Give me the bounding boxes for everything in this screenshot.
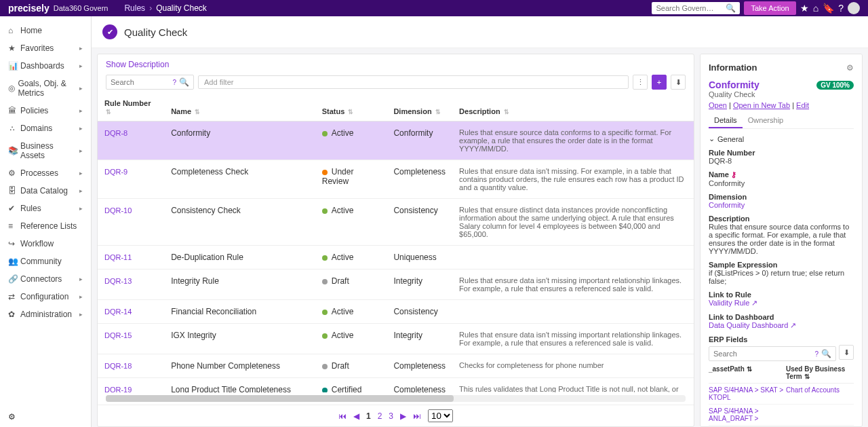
- erp-col-used[interactable]: Used By Business Term ⇅: [786, 365, 854, 380]
- rule-link[interactable]: DQR-9: [104, 168, 127, 176]
- sidebar-item-data-catalog[interactable]: 🗄Data Catalog▸: [0, 182, 91, 200]
- table-row[interactable]: DQR-15IGX IntegrityActiveIntegrityRules …: [98, 324, 694, 354]
- sidebar-item-business-assets[interactable]: 📚Business Assets▸: [0, 137, 91, 164]
- search-icon[interactable]: 🔍: [179, 77, 189, 87]
- rule-dimension: Conformity: [387, 122, 452, 160]
- chevron-down-icon: ⌄: [709, 134, 715, 143]
- pager-next[interactable]: ▶: [400, 411, 406, 421]
- sidebar-item-dashboards[interactable]: 📊Dashboards▸: [0, 57, 91, 75]
- breadcrumb-rules[interactable]: Rules: [124, 3, 145, 13]
- table-row[interactable]: DQR-14Financial ReconciliationActiveCons…: [98, 300, 694, 324]
- sidebar-item-domains[interactable]: ⛬Domains▸: [0, 119, 91, 137]
- sidebar-item-processes[interactable]: ⚙Processes▸: [0, 164, 91, 182]
- erp-used[interactable]: Chart of Accounts: [786, 386, 854, 401]
- rule-link[interactable]: DQR-19: [104, 386, 132, 392]
- pager-page[interactable]: 3: [389, 411, 393, 421]
- help-icon[interactable]: ?: [172, 79, 176, 86]
- column-header[interactable]: Name ⇅: [164, 94, 315, 122]
- rule-link[interactable]: DQR-10: [104, 206, 132, 215]
- open-link[interactable]: Open: [709, 101, 727, 109]
- sidebar-item-rules[interactable]: ✔Rules▸: [0, 200, 91, 217]
- link-rule-value[interactable]: Validity Rule ↗: [709, 299, 854, 308]
- table-row[interactable]: DQR-18Phone Number CompletenessDraftComp…: [98, 354, 694, 378]
- status-dot: [322, 255, 328, 261]
- table-row[interactable]: DQR-10Consistency CheckActiveConsistency…: [98, 199, 694, 246]
- sidebar-item-community[interactable]: 👥Community: [0, 253, 91, 270]
- rule-link[interactable]: DQR-18: [104, 362, 132, 370]
- erp-path[interactable]: SAP S/4HANA > SKAT > KTOPL: [709, 386, 786, 401]
- take-action-button[interactable]: Take Action: [744, 1, 795, 15]
- search-icon[interactable]: 🔍: [821, 349, 831, 358]
- rule-dimension: Consistency: [387, 199, 452, 246]
- horizontal-scrollbar[interactable]: [106, 395, 686, 402]
- download-button[interactable]: ⬇: [671, 75, 686, 90]
- rule-link[interactable]: DQR-14: [104, 308, 132, 316]
- sidebar-item-reference-lists[interactable]: ≡Reference Lists: [0, 217, 91, 235]
- breadcrumb-current[interactable]: Quality Check: [156, 3, 207, 13]
- avatar[interactable]: [848, 2, 860, 14]
- sidebar-item-connectors[interactable]: 🔗Connectors▸: [0, 270, 91, 288]
- column-header[interactable]: Dimension ⇅: [387, 94, 452, 122]
- pager-page[interactable]: 1: [366, 411, 371, 421]
- info-title[interactable]: Conformity: [709, 79, 760, 90]
- sidebar-item-favorites[interactable]: ★Favorites▸: [0, 39, 91, 57]
- pager-first[interactable]: ⏮: [338, 411, 347, 421]
- add-button[interactable]: +: [652, 75, 667, 90]
- section-general[interactable]: ⌄General: [709, 134, 854, 143]
- table-row[interactable]: DQR-11De-Duplication RuleActiveUniquenes…: [98, 246, 694, 270]
- home-icon[interactable]: ⌂: [813, 3, 818, 14]
- help-icon[interactable]: ?: [814, 350, 818, 358]
- rule-link[interactable]: DQR-15: [104, 331, 132, 339]
- gear-icon[interactable]: ⚙: [846, 63, 854, 73]
- sidebar: ⌂Home★Favorites▸📊Dashboards▸◎Goals, Obj.…: [0, 16, 92, 427]
- table-row[interactable]: DQR-13Integrity RuleDraftIntegrityRules …: [98, 270, 694, 300]
- erp-download-button[interactable]: ⬇: [839, 345, 854, 360]
- table-row[interactable]: DQR-19Long Product Title Completeness Ch…: [98, 378, 694, 393]
- rule-link[interactable]: DQR-13: [104, 277, 132, 285]
- column-header[interactable]: Status ⇅: [315, 94, 387, 122]
- sidebar-item-administration[interactable]: ✿Administration▸: [0, 305, 91, 323]
- link-dash-value[interactable]: Data Quality Dashboard ↗: [709, 321, 854, 330]
- erp-row[interactable]: SAP S/4HANA > SKAT > KTOPLChart of Accou…: [709, 384, 854, 405]
- more-menu-button[interactable]: ⋮: [633, 75, 648, 90]
- erp-search-input[interactable]: [713, 350, 812, 358]
- pager-prev[interactable]: ◀: [353, 411, 359, 421]
- sidebar-item-policies[interactable]: 🏛Policies▸: [0, 102, 91, 119]
- sidebar-icon: ✔: [8, 204, 20, 213]
- global-search-input[interactable]: [656, 4, 726, 12]
- column-header[interactable]: Rule Number ⇅: [98, 94, 164, 122]
- rule-dimension: Integrity: [387, 270, 452, 300]
- erp-col-path[interactable]: _assetPath ⇅: [709, 365, 786, 380]
- tab-ownership[interactable]: Ownership: [743, 113, 789, 128]
- bookmark-icon[interactable]: 🔖: [823, 3, 834, 14]
- sidebar-item-label: Reference Lists: [20, 221, 77, 231]
- column-header[interactable]: Description ⇅: [452, 94, 694, 122]
- table-row[interactable]: DQR-8ConformityActiveConformityRules tha…: [98, 122, 694, 160]
- collapse-icon[interactable]: ⚙: [8, 412, 16, 422]
- erp-row[interactable]: SAP S/4HANA > ANLA_DRAFT >: [709, 405, 854, 426]
- pager-size[interactable]: 10: [428, 409, 453, 422]
- erp-used[interactable]: [786, 407, 854, 422]
- erp-search[interactable]: ? 🔍: [709, 346, 836, 361]
- rule-link[interactable]: DQR-8: [104, 129, 127, 137]
- tab-details[interactable]: Details: [709, 113, 743, 128]
- open-newtab-link[interactable]: Open in New Tab: [733, 101, 790, 109]
- show-description-link[interactable]: Show Description: [98, 54, 694, 75]
- table-search[interactable]: ? 🔍: [106, 75, 194, 90]
- sidebar-item-home[interactable]: ⌂Home: [0, 22, 91, 39]
- global-search[interactable]: 🔍: [652, 2, 740, 14]
- table-search-input[interactable]: [111, 78, 172, 86]
- sidebar-item-configuration[interactable]: ⇄Configuration▸: [0, 288, 91, 305]
- pager-last[interactable]: ⏭: [413, 411, 421, 421]
- rule-link[interactable]: DQR-11: [104, 253, 132, 261]
- help-icon[interactable]: ?: [838, 3, 844, 14]
- filter-input[interactable]: Add filter: [198, 75, 629, 89]
- sidebar-item-workflow[interactable]: ↪Workflow: [0, 235, 91, 253]
- sidebar-item-goals-obj-metrics[interactable]: ◎Goals, Obj. & Metrics▸: [0, 75, 91, 102]
- pager-page[interactable]: 2: [378, 411, 382, 421]
- erp-path[interactable]: SAP S/4HANA > ANLA_DRAFT >: [709, 407, 786, 422]
- dimension-value[interactable]: Conformity: [709, 201, 854, 209]
- edit-link[interactable]: Edit: [796, 101, 809, 109]
- star-icon[interactable]: ★: [800, 3, 809, 14]
- table-row[interactable]: DQR-9Completeness CheckUnder ReviewCompl…: [98, 160, 694, 199]
